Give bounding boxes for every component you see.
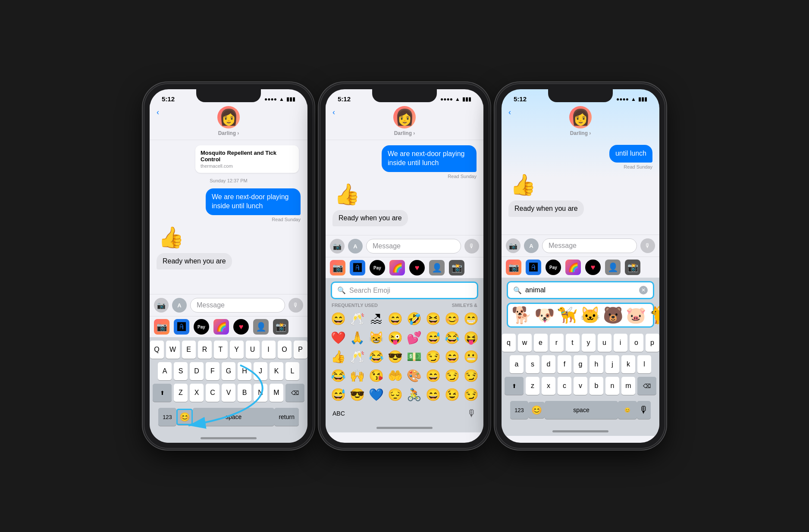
emoji-cell[interactable]: 😂 [443,329,461,347]
key-123-3[interactable]: 123 [510,401,528,419]
emoji-cell[interactable]: 👍 [329,347,347,366]
appstore-app-1[interactable]: 🅰 [174,319,189,335]
memoji-app-2[interactable]: 👤 [429,260,445,275]
key-s-3[interactable]: s [526,355,539,373]
key-return-1[interactable]: return [274,408,299,426]
key-e-1[interactable]: E [182,341,196,359]
key-j-1[interactable]: J [254,362,267,380]
key-a-1[interactable]: A [158,362,172,380]
clear-search-3[interactable]: ✕ [639,286,648,294]
key-t-3[interactable]: t [566,334,580,352]
emoji-cell[interactable]: 😆 [424,310,442,328]
key-b-3[interactable]: b [590,377,603,395]
applepay-app-2[interactable]: Pay [370,260,385,275]
emoji-cell[interactable]: 😁 [462,310,480,328]
key-k-3[interactable]: k [621,355,635,373]
photos-app-2[interactable]: 📷 [330,260,345,275]
key-m-1[interactable]: M [270,384,283,402]
camera2-app-2[interactable]: 📸 [449,260,464,275]
contact-name-1[interactable]: Darling › [218,129,239,136]
applepay-app-1[interactable]: Pay [194,319,209,335]
message-input-1[interactable]: Message [190,298,285,313]
appstore-app-2[interactable]: 🅰 [350,260,365,275]
camera-button-1[interactable]: 📷 [154,298,169,313]
emoji-key-3[interactable]: 😊 [528,402,545,418]
key-d-3[interactable]: d [542,355,555,373]
key-delete-1[interactable]: ⌫ [285,384,304,402]
key-w-1[interactable]: W [166,341,180,359]
memoji-app-1[interactable]: 👤 [253,319,269,335]
applepay-app-3[interactable]: Pay [546,260,561,275]
audio-button-2[interactable]: 🎙 [464,239,479,253]
result-emoji-cat2[interactable]: 🐈 [649,306,659,325]
key-h-1[interactable]: H [238,362,251,380]
key-y-3[interactable]: y [582,334,596,352]
emoji-cell[interactable]: 😏 [462,385,480,404]
key-emoji-chars-3[interactable]: 😊 [618,401,637,419]
abc-button-2[interactable]: ABC [332,410,345,417]
camera2-app-1[interactable]: 📸 [273,319,288,335]
apps-button-3[interactable]: A [524,238,539,253]
result-emoji-dog2[interactable]: 🐶 [534,306,555,325]
emoji-search-bar-2[interactable]: 🔍 Search Emoji [331,282,478,299]
key-c-1[interactable]: C [206,384,219,402]
key-b-1[interactable]: B [238,384,251,402]
key-p-1[interactable]: P [294,341,307,359]
received-bubble-1[interactable]: Ready when you are [157,253,232,269]
key-i-1[interactable]: I [262,341,276,359]
music-app-2[interactable]: 🌈 [389,260,405,275]
emoji-cell[interactable]: 💕 [405,329,423,347]
key-d-1[interactable]: D [190,362,204,380]
emoji-cell[interactable]: 😄 [386,310,404,328]
emoji-cell[interactable]: 😄 [443,347,461,366]
back-button-1[interactable]: ‹ [157,108,159,117]
key-j-3[interactable]: j [605,355,619,373]
emoji-cell[interactable]: 🏖 [367,310,385,328]
back-button-3[interactable]: ‹ [508,108,511,117]
key-v-3[interactable]: v [574,377,587,395]
result-emoji-pig[interactable]: 🐷 [626,306,646,325]
emoji-cell[interactable]: 😎 [348,385,366,404]
key-v-1[interactable]: V [222,384,235,402]
emoji-cell[interactable]: 😸 [367,329,385,347]
key-f-3[interactable]: f [558,355,571,373]
emoji-cell[interactable]: 😘 [367,366,385,385]
key-g-1[interactable]: G [222,362,235,380]
received-bubble-3[interactable]: Ready when you are [508,200,584,217]
emoji-cell[interactable]: 🥂 [348,310,366,328]
photos-app-3[interactable]: 📷 [506,260,521,275]
emoji-cell[interactable]: 🚴 [405,385,423,404]
emoji-cell[interactable]: 😝 [462,329,480,347]
appstore-app-3[interactable]: 🅰 [526,260,541,275]
key-m-3[interactable]: m [621,377,635,395]
emoji-cell[interactable]: 😬 [462,347,480,366]
audio-button-1[interactable]: 🎙 [288,298,303,313]
key-shift-1[interactable]: ⬆ [153,384,172,402]
sent-bubble-1[interactable]: We are next-door playing inside until lu… [206,188,301,215]
emoji-cell[interactable]: 🙏 [348,329,366,347]
emoji-cell[interactable]: 🎨 [405,366,423,385]
key-space-1[interactable]: space [193,408,274,426]
received-bubble-2[interactable]: Ready when you are [332,210,408,226]
emoji-search-bar-3[interactable]: 🔍 animal ✕ [507,281,654,299]
result-emoji-cat1[interactable]: 🐱 [580,306,600,325]
key-u-1[interactable]: U [246,341,260,359]
key-u-3[interactable]: u [598,334,611,352]
message-input-2[interactable]: Message [366,239,461,253]
key-n-3[interactable]: n [605,377,619,395]
apps-button-1[interactable]: A [172,298,187,313]
emoji-cell[interactable]: 💵 [405,347,423,366]
key-z-1[interactable]: Z [174,384,188,402]
key-g-3[interactable]: g [574,355,587,373]
back-button-2[interactable]: ‹ [332,108,335,117]
emoji-cell[interactable]: 😏 [443,366,461,385]
key-o-1[interactable]: O [278,341,292,359]
key-z-3[interactable]: z [526,377,539,395]
emoji-cell[interactable]: 😂 [367,347,385,366]
apps-button-2[interactable]: A [348,239,363,253]
contact-name-3[interactable]: Darling › [570,129,591,136]
key-k-1[interactable]: K [270,362,283,380]
emoji-cell[interactable]: 😅 [329,385,347,404]
emoji-cell[interactable]: 😂 [329,366,347,385]
emoji-cell[interactable]: 💙 [367,385,385,404]
